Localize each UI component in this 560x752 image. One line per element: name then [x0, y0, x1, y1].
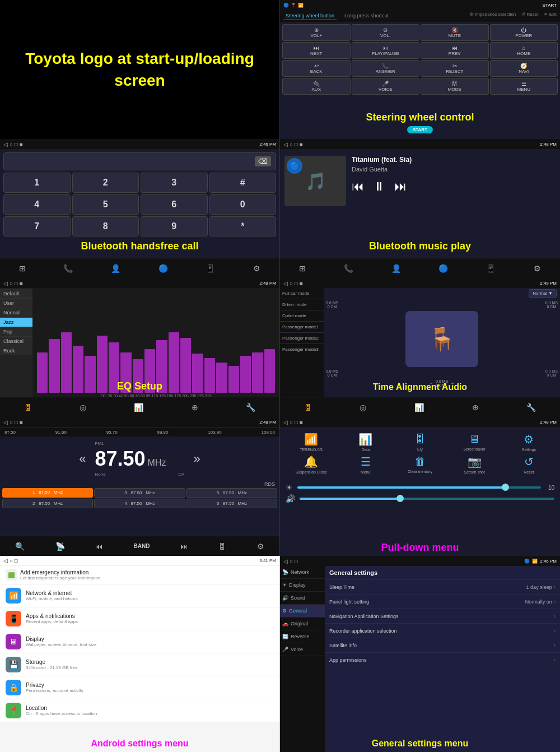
display-item[interactable]: 🖥 Display Wallpaper, screen timeout, fon… — [0, 630, 279, 653]
gen-sidebar-network[interactable]: 📡 Network — [280, 566, 325, 579]
nav-bt-icon[interactable]: 🔵 — [158, 264, 168, 273]
nav-radio-prev[interactable]: ⏮ — [95, 542, 103, 551]
ta-cpilot[interactable]: Cpilot mode — [280, 310, 324, 322]
dial-7[interactable]: 7 — [3, 216, 71, 236]
ta-driver[interactable]: Driver mode — [280, 299, 324, 310]
reject-btn[interactable]: ✂REJECT — [421, 60, 489, 77]
gen-sidebar-display[interactable]: ☀ Display — [280, 579, 325, 592]
mode-btn[interactable]: MMODE — [421, 78, 489, 95]
nav-contact2-icon[interactable]: 👤 — [391, 264, 401, 273]
nav-ta5-icon[interactable]: 🔧 — [526, 403, 536, 412]
preset-1[interactable]: 1 87.50 MHz — [2, 488, 93, 498]
gen-sidebar-sound[interactable]: 🔊 Sound — [280, 592, 325, 605]
network-item[interactable]: 📶 Network & internet Wi-Fi, mobile, and … — [0, 584, 279, 607]
reset-btn[interactable]: ↺ Reset — [521, 12, 538, 20]
freq-back-btn[interactable]: « — [79, 452, 86, 466]
back-btn[interactable]: ↩BACK — [282, 60, 351, 77]
pd-data-icon[interactable]: 📊 Data — [340, 433, 391, 452]
play-pause-btn[interactable]: ⏯PLAY/PAUSE — [352, 42, 420, 59]
nav-eq3-icon[interactable]: 📊 — [134, 403, 143, 412]
next-btn[interactable]: ⏭NEXT — [282, 42, 351, 59]
gen-sidebar-original[interactable]: 🚗 Original — [280, 618, 325, 630]
dial-0[interactable]: 0 — [209, 194, 277, 215]
dial-5[interactable]: 5 — [72, 194, 139, 215]
nav-grid2-icon[interactable]: ⊞ — [299, 264, 306, 273]
navi-btn[interactable]: 🧭NAVI — [490, 60, 558, 77]
gen-satellite-row[interactable]: Satellite info › — [325, 638, 560, 653]
nav-call-icon[interactable]: 📞 — [63, 264, 73, 273]
nav-radio-eq[interactable]: 🎛 — [218, 542, 226, 551]
sw-tab-active[interactable]: Steering wheel button — [283, 12, 337, 20]
next-track-btn[interactable]: ⏭ — [394, 179, 407, 194]
dial-1[interactable]: 1 — [3, 173, 71, 193]
vol-plus-btn[interactable]: ⊕VOL+ — [282, 24, 351, 41]
prev-track-btn[interactable]: ⏮ — [352, 179, 364, 194]
dial-9[interactable]: 9 — [141, 216, 208, 236]
nav-ta3-icon[interactable]: 📊 — [414, 403, 424, 412]
apps-item[interactable]: 📱 Apps & notifications Recent apps, defa… — [0, 607, 279, 630]
preset-6[interactable]: 6 87.50 MHz — [186, 499, 277, 508]
nav-ta4-icon[interactable]: ⊕ — [472, 403, 479, 412]
dial-6[interactable]: 6 — [141, 194, 208, 215]
nav-radio-settings[interactable]: ⚙ — [257, 542, 264, 551]
pd-suspend-icon[interactable]: 🔔 Suspension Close — [286, 455, 337, 474]
sw-tab-inactive[interactable]: Long press shortcut — [342, 12, 391, 20]
gen-panel-row[interactable]: Panel light setting Normally on › — [325, 595, 560, 609]
gen-permissions-row[interactable]: App permissions › — [325, 653, 560, 667]
eq-preset-classical[interactable]: Classical — [0, 337, 32, 346]
nav-ta1-icon[interactable]: 🎛 — [304, 403, 312, 412]
gen-recorder-row[interactable]: Recorder application selection › — [325, 624, 560, 638]
dial-hash[interactable]: # — [209, 173, 277, 193]
nav-eq5-icon[interactable]: 🔧 — [246, 403, 255, 412]
exit-btn[interactable]: ✕ Exit — [544, 12, 557, 20]
nav-eq2-icon[interactable]: ◎ — [80, 403, 86, 412]
gen-sleep-row[interactable]: Sleep Time 1 day sleep › — [325, 580, 560, 595]
ta-pass3[interactable]: Passenger mode3 — [280, 344, 324, 355]
preset-3[interactable]: 3 87.50 MHz — [94, 488, 185, 498]
eq-preset-jazz[interactable]: Jazz — [0, 318, 32, 327]
dial-2[interactable]: 2 — [72, 173, 139, 193]
preset-2[interactable]: 2 87.50 MHz — [2, 499, 93, 508]
pd-screen-icon[interactable]: 🖥 Screensaver — [449, 433, 500, 452]
backspace-icon[interactable]: ⌫ — [255, 156, 271, 166]
pd-clear-icon[interactable]: 🗑 Clear memory — [394, 455, 445, 474]
pd-shot-icon[interactable]: 📷 Screen shot — [449, 455, 500, 474]
pd-settings-icon[interactable]: ⚙ Settings — [503, 433, 554, 452]
gen-sidebar-reverse[interactable]: 🔄 Reverse — [280, 630, 325, 643]
preset-4[interactable]: 4 87.50 MHz — [94, 499, 185, 508]
aux-btn[interactable]: 🔌AUX — [282, 78, 351, 95]
answer-btn[interactable]: 📞ANSWER — [352, 60, 420, 77]
nav-ta2-icon[interactable]: ◎ — [360, 403, 366, 412]
gen-nav-row[interactable]: Navigation Application Settings › — [325, 609, 560, 624]
gen-sidebar-general[interactable]: ⚙ General — [280, 605, 325, 618]
nav-bt2-icon[interactable]: 📱 — [206, 264, 215, 273]
preset-5[interactable]: 5 87.50 MHz — [186, 488, 277, 498]
gen-sidebar-voice[interactable]: 🎤 Voice — [280, 643, 325, 656]
nav-radio-scan[interactable]: 📡 — [55, 542, 65, 551]
ta-pass1[interactable]: Passenger mode1 — [280, 322, 324, 333]
nav-eq4-icon[interactable]: ⊕ — [192, 403, 198, 412]
eq-preset-normal[interactable]: Normal — [0, 308, 32, 318]
eq-preset-user[interactable]: User — [0, 299, 32, 308]
pd-wifi-icon[interactable]: 📶 TERENO-5G — [286, 433, 337, 452]
location-item[interactable]: 📍 Location On - 9 apps have access to lo… — [0, 699, 279, 722]
voice-btn[interactable]: 🎤VOICE — [352, 78, 420, 95]
eq-preset-pop[interactable]: Pop — [0, 327, 32, 337]
storage-item[interactable]: 💾 Storage 34% used - 21.19 GB free — [0, 653, 279, 676]
pd-menu-icon[interactable]: ☰ Menu — [340, 455, 391, 474]
pd-reset-icon[interactable]: ↺ Reset — [503, 455, 554, 474]
eq-preset-rock[interactable]: Rock — [0, 346, 32, 355]
nav-radio-band[interactable]: BAND — [134, 543, 150, 549]
home-btn[interactable]: ⌂HOME — [490, 42, 558, 59]
nav-bt3-icon[interactable]: 🔵 — [438, 264, 448, 273]
impedance-btn[interactable]: ⚙ Impedance selection — [470, 12, 516, 20]
freq-forward-btn[interactable]: » — [194, 452, 200, 466]
nav-grid-icon[interactable]: ⊞ — [19, 264, 26, 273]
nav-contact-icon[interactable]: 👤 — [111, 264, 120, 273]
nav-settings2-icon[interactable]: ⚙ — [534, 264, 541, 273]
vol-minus-btn[interactable]: ⊖VOL- — [352, 24, 420, 41]
dial-3[interactable]: 3 — [141, 173, 208, 193]
dial-8[interactable]: 8 — [72, 216, 139, 236]
nav-radio-search[interactable]: 🔍 — [15, 542, 25, 551]
pd-eq-icon[interactable]: 🎛 EQ — [394, 433, 445, 452]
